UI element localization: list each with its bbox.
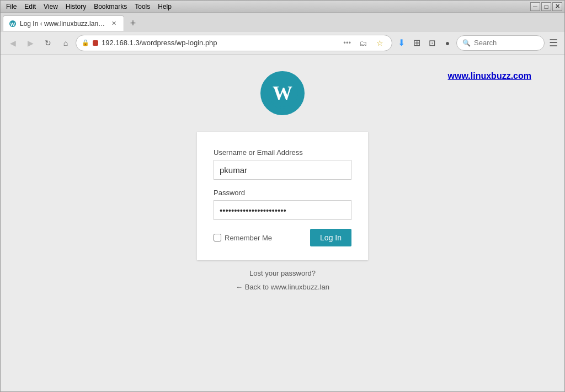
- address-bar[interactable]: 🔒 ••• 🗂 ☆: [76, 35, 392, 51]
- navigation-toolbar: ◀ ▶ ↻ ⌂ 🔒 ••• 🗂 ☆ ⬇ ⊞ ⊡ ● 🔍 ☰: [1, 31, 564, 55]
- lost-password-link[interactable]: Lost your password?: [249, 269, 316, 277]
- menu-view[interactable]: View: [40, 2, 61, 12]
- security-icon: 🔒: [82, 39, 89, 46]
- browser-window: File Edit View History Bookmarks Tools H…: [0, 0, 565, 392]
- forward-button[interactable]: ▶: [23, 35, 38, 51]
- username-group: Username or Email Address: [214, 148, 351, 180]
- menu-tools[interactable]: Tools: [131, 2, 153, 12]
- password-group: Password: [214, 189, 351, 220]
- login-button[interactable]: Log In: [310, 229, 351, 246]
- remember-me-text: Remember Me: [225, 234, 272, 242]
- profile-icon[interactable]: ●: [441, 36, 454, 50]
- form-links: Lost your password? ← Back to www.linuxb…: [236, 269, 329, 291]
- password-label: Password: [214, 189, 351, 197]
- restore-button[interactable]: □: [541, 2, 551, 11]
- form-actions-row: Remember Me Log In: [214, 229, 351, 246]
- login-form: Username or Email Address Password Remem…: [197, 132, 368, 260]
- menu-edit[interactable]: Edit: [21, 2, 39, 12]
- titlebar: File Edit View History Bookmarks Tools H…: [1, 1, 564, 13]
- menu-bookmarks[interactable]: Bookmarks: [90, 2, 130, 12]
- menu-file[interactable]: File: [3, 2, 20, 12]
- menu-icon[interactable]: ☰: [547, 36, 560, 50]
- search-input[interactable]: [474, 39, 529, 47]
- bookmark-icon[interactable]: ☆: [373, 36, 386, 50]
- password-input[interactable]: [214, 200, 351, 220]
- home-button[interactable]: ⌂: [58, 35, 73, 51]
- synced-tabs-icon[interactable]: ⊡: [425, 36, 439, 50]
- menu-bar: File Edit View History Bookmarks Tools H…: [3, 2, 175, 12]
- watermark-text: www.linuxbuzz.com: [448, 71, 531, 81]
- tab-title: Log In ‹ www.linuxbuzz.lan — Word...: [20, 20, 106, 28]
- edit-icon: [93, 40, 98, 46]
- library-icon[interactable]: ⊞: [410, 36, 423, 50]
- svg-text:W: W: [273, 82, 292, 104]
- window-controls: ─ □ ✕: [530, 2, 562, 11]
- tab-bar: W Log In ‹ www.linuxbuzz.lan — Word... ✕…: [1, 13, 564, 31]
- tab-close-button[interactable]: ✕: [109, 19, 118, 28]
- back-button[interactable]: ◀: [5, 35, 20, 51]
- reload-button[interactable]: ↻: [40, 35, 56, 51]
- remember-me-label[interactable]: Remember Me: [214, 234, 272, 242]
- back-to-site-link[interactable]: ← Back to www.linuxbuzz.lan: [236, 283, 329, 291]
- username-label: Username or Email Address: [214, 148, 351, 157]
- search-bar[interactable]: 🔍: [456, 35, 545, 51]
- page-content: www.linuxbuzz.com W Username or Email Ad…: [1, 55, 564, 391]
- pocket-icon[interactable]: 🗂: [356, 36, 370, 50]
- menu-history[interactable]: History: [62, 2, 89, 12]
- tab-favicon: W: [9, 20, 17, 28]
- remember-me-checkbox[interactable]: [214, 234, 221, 241]
- search-icon: 🔍: [462, 39, 471, 47]
- wordpress-logo: W: [260, 71, 305, 115]
- username-input[interactable]: [214, 160, 351, 180]
- close-button[interactable]: ✕: [552, 2, 562, 11]
- new-tab-button[interactable]: +: [125, 15, 141, 31]
- browser-content: www.linuxbuzz.com W Username or Email Ad…: [1, 55, 564, 391]
- menu-help[interactable]: Help: [154, 2, 175, 12]
- address-input[interactable]: [102, 39, 338, 47]
- downloads-icon[interactable]: ⬇: [395, 36, 408, 50]
- browser-tab[interactable]: W Log In ‹ www.linuxbuzz.lan — Word... ✕: [3, 15, 124, 31]
- svg-text:W: W: [10, 21, 15, 26]
- more-options-button[interactable]: •••: [341, 39, 353, 47]
- minimize-button[interactable]: ─: [530, 2, 540, 11]
